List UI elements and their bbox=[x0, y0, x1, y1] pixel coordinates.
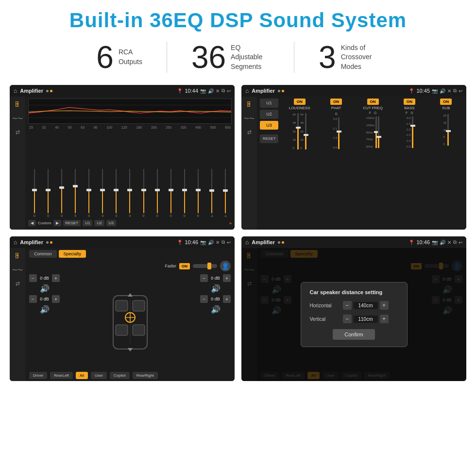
vol2-minus[interactable]: − bbox=[29, 295, 37, 303]
back-icon[interactable]: ↩ bbox=[227, 88, 231, 94]
pin-icon-4: 📍 bbox=[408, 240, 414, 245]
vertical-plus[interactable]: + bbox=[380, 315, 389, 323]
sub-on[interactable]: ON bbox=[440, 99, 452, 105]
vol4-val: 0 dB bbox=[209, 297, 221, 301]
driver-btn[interactable]: Driver bbox=[29, 372, 47, 379]
next-nav[interactable]: » bbox=[229, 221, 232, 226]
reset-btn[interactable]: RESET bbox=[63, 220, 81, 226]
screen2-title: Amplifier bbox=[252, 88, 275, 94]
common-tab[interactable]: Common bbox=[29, 250, 57, 258]
eq-slider-12[interactable]: 0 bbox=[178, 169, 191, 217]
specialty-tab[interactable]: Specialty bbox=[59, 250, 86, 258]
eq-slider-9[interactable]: 0 bbox=[137, 169, 150, 217]
vertical-minus[interactable]: − bbox=[343, 315, 352, 323]
camera-icon-3: 📷 bbox=[200, 240, 206, 245]
fader-on-btn[interactable]: ON bbox=[179, 263, 190, 269]
eq-icon-3[interactable]: 🎚 bbox=[14, 252, 21, 260]
vol1-plus[interactable]: + bbox=[52, 274, 60, 282]
eq-slider-3[interactable]: 0 bbox=[55, 169, 68, 217]
eq-icon[interactable]: 🎚 bbox=[14, 100, 21, 108]
vol2-plus[interactable]: + bbox=[52, 295, 60, 303]
screen4-body: 🎚 〜〜 ⇄ Common Specialty ON 👤 bbox=[241, 248, 466, 381]
user-btn[interactable]: User bbox=[91, 372, 107, 379]
status-dots-3 bbox=[46, 241, 52, 244]
screen4-title: Amplifier bbox=[252, 239, 275, 245]
wave-icon[interactable]: 〜〜 bbox=[12, 115, 23, 122]
cutfreq-label: CUT FREQ bbox=[363, 106, 383, 110]
prev-btn[interactable]: ◀ bbox=[28, 220, 36, 226]
eq-slider-14[interactable]: -1 bbox=[205, 169, 218, 217]
ch-phat: ON PHAT G 3.02.11.30.5 bbox=[319, 99, 353, 150]
svg-rect-7 bbox=[133, 325, 145, 335]
u2-crossover[interactable]: U2 bbox=[260, 110, 278, 119]
camera-icon-2: 📷 bbox=[432, 88, 438, 94]
u2-btn[interactable]: U2 bbox=[94, 220, 104, 226]
speaker-rl: 🔊 bbox=[29, 305, 60, 314]
play-btn[interactable]: ▶ bbox=[53, 220, 61, 226]
fader-slider[interactable] bbox=[193, 264, 217, 268]
u3-crossover[interactable]: U3 bbox=[260, 121, 278, 130]
rearleft-btn[interactable]: RearLeft bbox=[50, 372, 73, 379]
ch-sub: ON SUB 20151050 bbox=[429, 99, 463, 150]
screen1-body: 🎚 〜〜 ⇄ 253240506380100125160200250320400… bbox=[10, 97, 235, 230]
screen1-time: 10:44 bbox=[185, 88, 198, 94]
arrows-icon[interactable]: ⇄ bbox=[16, 129, 20, 135]
vol4-plus[interactable]: + bbox=[223, 295, 231, 303]
screen-eq: ⌂ Amplifier 📍 10:44 📷 🔊 ✕ ⧉ ↩ 🎚 〜〜 bbox=[10, 85, 235, 230]
arrows-icon-3[interactable]: ⇄ bbox=[16, 281, 20, 287]
bass-on[interactable]: ON bbox=[404, 99, 415, 105]
eq-icon-2[interactable]: 🎚 bbox=[246, 100, 253, 108]
u1-btn[interactable]: U1 bbox=[83, 220, 92, 226]
horizontal-plus[interactable]: + bbox=[380, 301, 389, 310]
stat-rca-label: RCAOutputs bbox=[119, 48, 142, 67]
horizontal-minus[interactable]: − bbox=[343, 301, 352, 310]
back-icon-4[interactable]: ↩ bbox=[459, 240, 462, 245]
vol3-minus[interactable]: − bbox=[200, 274, 208, 282]
screen3-body: 🎚 〜〜 ⇄ Common Specialty Fader ON 👤 bbox=[10, 248, 235, 381]
u1-crossover[interactable]: U1 bbox=[260, 99, 278, 108]
eq-slider-7[interactable]: 0 bbox=[110, 169, 122, 217]
vol1-minus[interactable]: − bbox=[29, 274, 37, 282]
eq-slider-10[interactable]: 0 bbox=[151, 169, 164, 217]
confirm-button[interactable]: Confirm bbox=[333, 329, 375, 340]
eq-slider-2[interactable]: 0 bbox=[42, 169, 54, 217]
home-icon-3[interactable]: ⌂ bbox=[14, 239, 17, 246]
reset-crossover[interactable]: RESET bbox=[260, 134, 278, 143]
arrows-icon-2[interactable]: ⇄ bbox=[247, 129, 252, 135]
back-icon-2[interactable]: ↩ bbox=[459, 88, 462, 94]
wave-icon-2[interactable]: 〜〜 bbox=[244, 115, 255, 122]
eq-slider-11[interactable]: 0 bbox=[165, 169, 177, 217]
vol4-minus[interactable]: − bbox=[200, 295, 208, 303]
fader-right-col: − 0 dB + 🔊 − 0 dB + 🔊 bbox=[200, 274, 231, 370]
eq-slider-6[interactable]: 0 bbox=[96, 169, 109, 217]
dot1 bbox=[46, 90, 49, 92]
eq-slider-15[interactable]: -1 bbox=[219, 169, 232, 217]
eq-slider-8[interactable]: 0 bbox=[123, 169, 136, 217]
eq-slider-13[interactable]: 0 bbox=[192, 169, 204, 217]
all-btn[interactable]: All bbox=[76, 372, 88, 379]
vol-ctrl-4: − 0 dB + bbox=[200, 295, 231, 303]
eq-slider-1[interactable]: 0 bbox=[28, 169, 41, 217]
eq-slider-4[interactable]: 5 bbox=[69, 169, 82, 217]
home-icon-4[interactable]: ⌂ bbox=[245, 239, 249, 246]
copilot-btn[interactable]: Copilot bbox=[110, 372, 130, 379]
home-icon[interactable]: ⌂ bbox=[14, 87, 17, 94]
home-icon-2[interactable]: ⌂ bbox=[245, 87, 249, 94]
stats-row: 6 RCAOutputs 36 EQ AdjustableSegments 3 … bbox=[0, 37, 476, 80]
profile-icon[interactable]: 👤 bbox=[220, 261, 231, 271]
svg-marker-12 bbox=[128, 293, 133, 297]
svg-rect-4 bbox=[116, 300, 128, 311]
phat-on[interactable]: ON bbox=[330, 99, 342, 105]
u3-btn[interactable]: U3 bbox=[106, 220, 116, 226]
loudness-on[interactable]: ON bbox=[294, 99, 306, 105]
page-header: Built-in 36EQ DSP Sound System bbox=[0, 0, 476, 37]
rearright-btn[interactable]: RearRight bbox=[133, 372, 158, 379]
vol3-plus[interactable]: + bbox=[223, 274, 231, 282]
wave-icon-3[interactable]: 〜〜 bbox=[12, 266, 23, 274]
close-icon-2: ✕ bbox=[447, 88, 451, 94]
status-dots bbox=[46, 90, 52, 92]
cutfreq-on[interactable]: ON bbox=[367, 99, 379, 105]
eq-slider-5[interactable]: 0 bbox=[83, 169, 95, 217]
screen3-sidebar: 🎚 〜〜 ⇄ bbox=[10, 248, 25, 381]
back-icon-3[interactable]: ↩ bbox=[227, 240, 231, 245]
